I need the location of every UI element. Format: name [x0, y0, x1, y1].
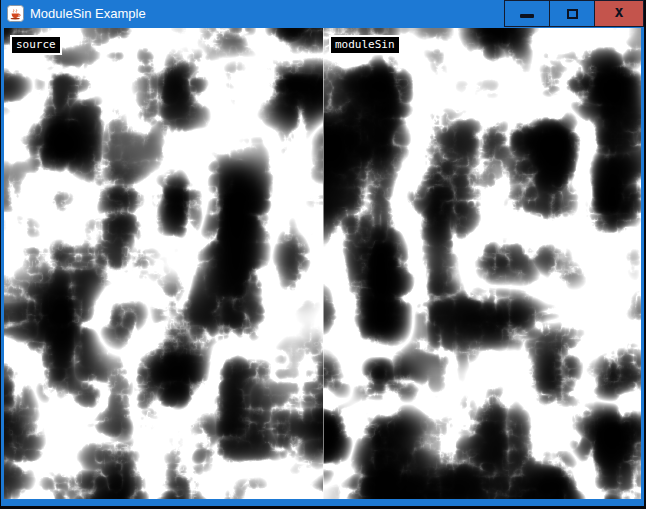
app-window: ModuleSin Example x source moduleSin: [1, 0, 644, 506]
panel-divider: [323, 28, 324, 499]
render-area: source moduleSin: [4, 28, 641, 499]
maximize-icon: [567, 9, 578, 19]
close-button[interactable]: x: [594, 0, 644, 27]
window-title: ModuleSin Example: [30, 0, 146, 28]
window-outer-frame: ModuleSin Example x source moduleSin: [0, 0, 646, 509]
label-source: source: [10, 35, 62, 55]
titlebar[interactable]: ModuleSin Example x: [1, 0, 644, 28]
maximize-button[interactable]: [549, 0, 594, 27]
java-coffee-cup-icon: [7, 5, 24, 22]
close-icon: x: [614, 5, 623, 20]
minimize-icon: [520, 14, 534, 18]
titlebar-buttons: x: [504, 0, 644, 28]
minimize-button[interactable]: [504, 0, 549, 27]
label-modulesin: moduleSin: [329, 35, 401, 55]
